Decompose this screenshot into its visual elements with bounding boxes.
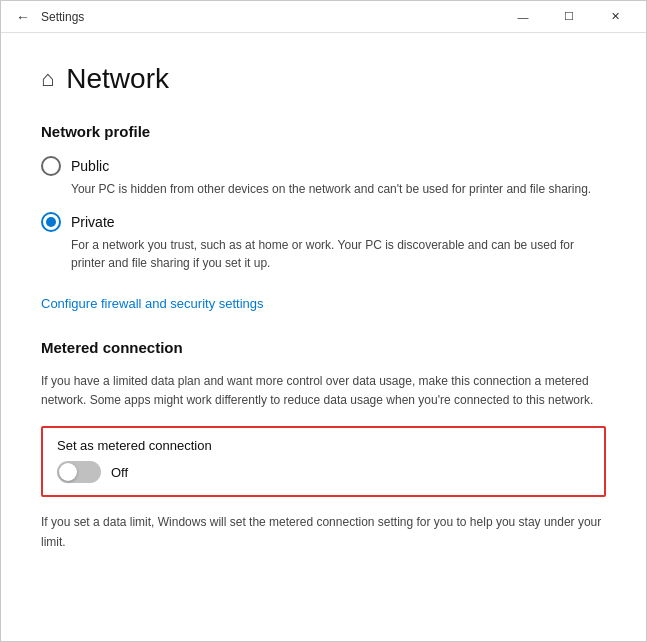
toggle-row: Off [57, 461, 590, 483]
metered-connection-title: Metered connection [41, 339, 606, 356]
metered-connection-section: Metered connection If you have a limited… [41, 339, 606, 552]
private-radio-button[interactable] [41, 212, 61, 232]
metered-toggle[interactable] [57, 461, 101, 483]
firewall-link[interactable]: Configure firewall and security settings [41, 296, 264, 311]
public-radio-option: Public Your PC is hidden from other devi… [41, 156, 606, 198]
private-radio-option: Private For a network you trust, such as… [41, 212, 606, 272]
page-title: Network [66, 63, 169, 95]
public-radio-row[interactable]: Public [41, 156, 606, 176]
public-radio-desc: Your PC is hidden from other devices on … [71, 180, 606, 198]
settings-window: ← Settings — ☐ ✕ ⌂ Network Network profi… [0, 0, 647, 642]
minimize-button[interactable]: — [500, 1, 546, 33]
main-content: ⌂ Network Network profile Public Your PC… [1, 33, 646, 641]
title-bar: ← Settings — ☐ ✕ [1, 1, 646, 33]
close-button[interactable]: ✕ [592, 1, 638, 33]
network-profile-section: Network profile Public Your PC is hidden… [41, 123, 606, 335]
metered-box-label: Set as metered connection [57, 438, 590, 453]
title-bar-title: Settings [41, 10, 84, 24]
public-radio-button[interactable] [41, 156, 61, 176]
metered-connection-desc: If you have a limited data plan and want… [41, 372, 606, 410]
metered-footer-desc: If you set a data limit, Windows will se… [41, 513, 606, 551]
private-radio-label: Private [71, 214, 115, 230]
public-radio-label: Public [71, 158, 109, 174]
maximize-button[interactable]: ☐ [546, 1, 592, 33]
private-radio-desc: For a network you trust, such as at home… [71, 236, 606, 272]
page-header: ⌂ Network [41, 63, 606, 95]
metered-connection-box: Set as metered connection Off [41, 426, 606, 497]
title-bar-left: ← Settings [13, 7, 500, 27]
back-button[interactable]: ← [13, 7, 33, 27]
title-bar-controls: — ☐ ✕ [500, 1, 638, 33]
content-area: ⌂ Network Network profile Public Your PC… [1, 33, 646, 641]
toggle-thumb [59, 463, 77, 481]
private-radio-row[interactable]: Private [41, 212, 606, 232]
toggle-label: Off [111, 465, 128, 480]
home-icon: ⌂ [41, 66, 54, 92]
network-profile-title: Network profile [41, 123, 606, 140]
